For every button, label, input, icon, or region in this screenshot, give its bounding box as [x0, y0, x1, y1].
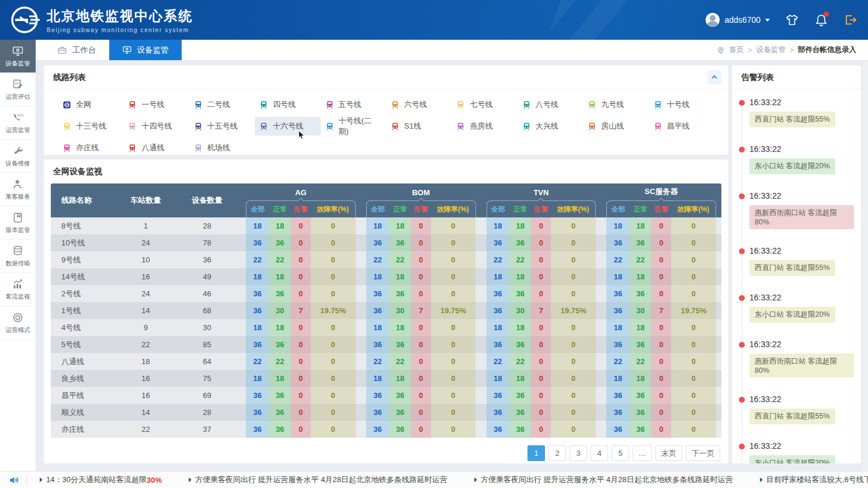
- page-button[interactable]: 4: [591, 445, 608, 461]
- sidebar-item-version-supervision[interactable]: 版本监管: [0, 206, 36, 240]
- cell-bom-all: 36: [366, 302, 389, 319]
- table-row[interactable]: 1号线 14 68 36 30 7 19.75% 36 30 7: [51, 302, 721, 319]
- line-item[interactable]: 十五号线: [189, 117, 255, 136]
- notifications-button[interactable]: [814, 13, 828, 27]
- ticker-item: 目前呼家楼站客流较大,6号线下行(开往海淀五路居方向)在呼家楼站采取部分在呼家楼…: [760, 475, 868, 485]
- line-item[interactable]: 六号线: [386, 95, 452, 114]
- cell-ag-fault-rate: 0: [311, 404, 356, 421]
- alarm-dot-icon: [739, 397, 745, 403]
- table-row[interactable]: 9号线 10 36 22 22 0 0 22 22 0: [51, 251, 721, 268]
- line-item[interactable]: 五号线: [321, 95, 386, 114]
- sidebar-item-device-monitor[interactable]: 设备监管: [0, 40, 36, 73]
- sidebar-item-passenger-flow-monitor[interactable]: 客流监视: [0, 273, 36, 306]
- cell-bom-all: 36: [366, 336, 389, 353]
- table-row[interactable]: 顺义线 14 28 36 36 0 0 36 36 0: [51, 404, 721, 421]
- cell-sc-alarm: 0: [651, 319, 671, 336]
- line-item[interactable]: 十号线: [649, 95, 714, 114]
- page-button[interactable]: 末页: [655, 445, 682, 461]
- page-button[interactable]: 下一页: [686, 445, 720, 461]
- cell-station-count: 9: [118, 319, 173, 336]
- cell-ag-normal: 22: [269, 251, 291, 268]
- alarm-item[interactable]: 16:33:22 西直门站 客流超限55%: [749, 394, 854, 424]
- user-menu[interactable]: adds6700: [706, 13, 770, 27]
- group-bom: 18 18 0 0: [361, 217, 481, 234]
- line-item[interactable]: 八通线: [123, 139, 189, 157]
- breadcrumb-device-monitor[interactable]: 设备监管: [756, 45, 786, 55]
- cell-tvn-all: 18: [487, 268, 509, 285]
- line-item[interactable]: 亦庄线: [58, 139, 123, 157]
- sidebar-item-data-transfer[interactable]: 数据传输: [0, 240, 36, 273]
- group-sc-server: 22 22 0 0: [601, 251, 721, 268]
- cell-bom-alarm: 0: [411, 217, 431, 234]
- cell-ag-normal: 18: [269, 268, 291, 285]
- alarm-item[interactable]: 16:33:22 东小口站 客流超限20%: [749, 293, 854, 323]
- table-row[interactable]: 14号线 16 49 18 18 0 0 18 18 0: [51, 268, 721, 285]
- table-row[interactable]: 亦庄线 22 37 36 36 0 0 36 36 0: [51, 421, 721, 438]
- line-item[interactable]: 一号线: [123, 95, 189, 114]
- cell-line-name: 1号线: [51, 302, 118, 319]
- cell-tvn-normal: 36: [509, 404, 532, 421]
- line-item-network[interactable]: 全网: [58, 95, 123, 114]
- alarm-item[interactable]: 16:33:22 惠新西街南口站 客流超限80%: [749, 340, 854, 378]
- alarm-item[interactable]: 16:33:22 东小口站 客流超限20%: [749, 441, 854, 463]
- alarm-dot-icon: [739, 100, 745, 106]
- line-item[interactable]: 大兴线: [518, 117, 583, 136]
- line-item[interactable]: 房山线: [583, 117, 648, 136]
- sidebar-item-operation-mode[interactable]: 运营模式: [0, 306, 36, 340]
- alarm-dot-icon: [739, 147, 745, 153]
- page-button[interactable]: 1: [527, 445, 545, 461]
- alarm-item[interactable]: 16:33:22 东小口站 客流超限20%: [749, 144, 854, 174]
- line-item[interactable]: 四号线: [255, 95, 320, 114]
- line-item[interactable]: 机场线: [189, 139, 255, 157]
- app-subtitle: Beijing subway monitoring center system: [47, 27, 193, 33]
- tab-workbench[interactable]: 工作台: [44, 40, 109, 60]
- cell-tvn-normal: 36: [509, 234, 532, 251]
- line-item[interactable]: 十四号线: [123, 117, 189, 136]
- page-button[interactable]: 2: [548, 445, 566, 461]
- scrollbar-track[interactable]: [863, 62, 868, 471]
- alarm-item[interactable]: 16:33:22 惠新西街南口站 客流超限80%: [749, 191, 854, 229]
- line-item[interactable]: 七号线: [452, 95, 517, 114]
- line-item[interactable]: S1线: [386, 117, 452, 136]
- sidebar-item-passenger-service[interactable]: 乘客服务: [0, 173, 36, 206]
- group-sc-server: 18 18 0 0: [601, 268, 721, 285]
- logout-button[interactable]: [843, 13, 857, 27]
- page-button[interactable]: 3: [570, 445, 587, 461]
- page-button[interactable]: 5: [612, 445, 629, 461]
- table-row[interactable]: 4号线 9 30 18 18 0 0 18 18 0: [51, 319, 721, 336]
- collapse-panel-button[interactable]: [707, 70, 721, 84]
- alarm-item[interactable]: 16:33:22 西直门站 客流超限55%: [749, 98, 854, 127]
- sidebar-item-equipment-repair[interactable]: 设备维修: [0, 140, 36, 173]
- line-label: 二号线: [207, 99, 230, 110]
- table-row[interactable]: 良乡线 16 75 18 18 0 0 18 18 0: [51, 370, 721, 387]
- table-row[interactable]: 昌平线 16 69 36 36 0 0 36 36 0: [51, 387, 721, 404]
- line-label: 五号线: [339, 99, 362, 110]
- tab-device-monitor[interactable]: 设备监管: [109, 40, 182, 60]
- sidebar-item-operation-supervision[interactable]: ACC 运营监管: [0, 106, 36, 140]
- table-row[interactable]: 5号线 22 85 36 36 0 0 36 36 0: [51, 336, 721, 353]
- line-item[interactable]: 九号线: [583, 95, 648, 114]
- line-item[interactable]: 八号线: [518, 95, 583, 114]
- alarm-item[interactable]: 16:33:22 西直门站 客流超限55%: [749, 246, 854, 276]
- sidebar-item-operation-evaluation[interactable]: AFC 运营评估: [0, 73, 36, 106]
- line-item[interactable]: 十六号线: [255, 117, 320, 136]
- table-row[interactable]: 10号线 24 78 36 36 0 0 36 36 0: [51, 234, 721, 251]
- line-item[interactable]: 十号线(二期): [321, 117, 386, 136]
- group-ag: 36 36 0 0: [241, 285, 361, 302]
- cell-bom-all: 22: [366, 251, 389, 268]
- line-item[interactable]: 二号线: [189, 95, 255, 114]
- train-icon: [259, 101, 268, 109]
- line-item[interactable]: 昌平线: [649, 117, 714, 136]
- table-row[interactable]: 2号线 24 46 36 36 0 0 36 36 0: [51, 285, 721, 302]
- group-bom: 36 30 7 19.75%: [361, 302, 481, 319]
- device-table: 线路名称 车站数量 设备数量 AG 全部 正常 告警 故障率(%): [51, 184, 721, 438]
- line-item[interactable]: 十三号线: [58, 117, 123, 136]
- page-button[interactable]: …: [633, 445, 652, 461]
- line-item[interactable]: 燕房线: [452, 117, 517, 136]
- train-icon: [128, 101, 137, 109]
- theme-skin-button[interactable]: [785, 13, 799, 27]
- breadcrumb-home[interactable]: 首页: [729, 45, 744, 55]
- chevron-down-icon: [765, 19, 770, 22]
- table-row[interactable]: 8号线 1 28 18 18 0 0 18 18 0: [51, 217, 721, 234]
- table-row[interactable]: 八通线 18 64 22 22 0 0 22 22 0: [51, 353, 721, 370]
